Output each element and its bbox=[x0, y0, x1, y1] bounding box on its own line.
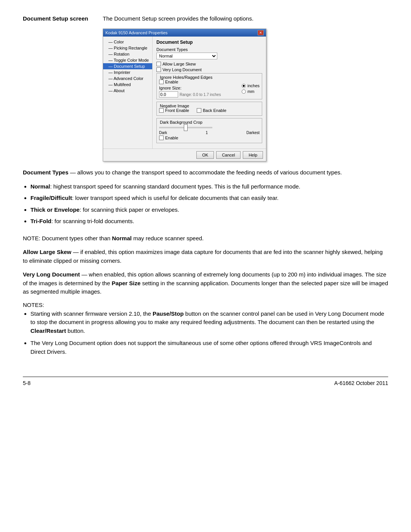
doc-types-select-row: Normal Fragile/Difficult Thick or Envelo… bbox=[156, 53, 262, 59]
allow-large-skew-bold: Allow Large Skew bbox=[23, 249, 72, 255]
note-item-2: The Very Long Document option does not s… bbox=[30, 339, 388, 356]
section-heading: Document Setup screen bbox=[23, 15, 91, 22]
dark-bg-enable-checkbox[interactable] bbox=[159, 136, 164, 140]
allow-large-skew-checkbox[interactable] bbox=[156, 62, 161, 66]
ignore-holes-left: Enable Ignore Size: Range: 0.0 to 1.7 in… bbox=[159, 80, 238, 97]
note2-text: The Very Long Document option does not s… bbox=[30, 340, 372, 355]
notes-label: NOTES: bbox=[23, 302, 388, 308]
allow-large-skew-text: — if enabled, this option maximizes imag… bbox=[23, 249, 383, 264]
ignore-size-input-row: Range: 0.0 to 1.7 inches bbox=[159, 91, 238, 97]
fragile-text: : lower transport speed which is useful … bbox=[72, 195, 279, 201]
back-enable-row: Back Enable bbox=[197, 108, 226, 113]
ignore-holes-legend: Ignore Holes/Ragged Edges bbox=[159, 75, 260, 80]
ok-button[interactable]: OK bbox=[196, 151, 214, 159]
pause-stop-bold: Pause/Stop bbox=[153, 310, 184, 317]
trifold-bold: Tri-Fold bbox=[30, 218, 51, 224]
slider-thumb[interactable] bbox=[184, 124, 188, 131]
bullet-fragile: Fragile/Difficult: lower transport speed… bbox=[30, 194, 388, 203]
note-text: NOTE: Document types other than Normal m… bbox=[23, 234, 388, 243]
sidebar-item-multifeed[interactable]: — Multifeed bbox=[103, 81, 152, 88]
sidebar-item-advanced-color[interactable]: — Advanced Color bbox=[103, 75, 152, 81]
mm-radio[interactable] bbox=[242, 89, 246, 94]
page-number: 5-8 bbox=[23, 380, 30, 386]
dialog-footer: OK Cancel Help bbox=[103, 149, 266, 161]
very-long-document-description: Very Long Document — when enabled, this … bbox=[23, 270, 388, 296]
dialog-spacer bbox=[23, 29, 91, 161]
ignore-size-label: Ignore Size: bbox=[159, 86, 238, 90]
dialog-close-button[interactable]: ✕ bbox=[258, 30, 264, 35]
darkest-label: Darkest bbox=[247, 131, 260, 135]
doc-types-select[interactable]: Normal Fragile/Difficult Thick or Envelo… bbox=[156, 53, 217, 59]
dark-background-crop-fieldset: Dark Background Crop Dark 1 Darkest bbox=[156, 118, 262, 143]
clear-restart-bold: Clear/Restart bbox=[30, 328, 66, 334]
trifold-text: : for scanning tri-fold documents. bbox=[51, 218, 134, 224]
very-long-document-checkbox[interactable] bbox=[156, 67, 161, 72]
note1-pre: Starting with scanner firmware version 2… bbox=[30, 310, 153, 317]
sidebar-item-rotation[interactable]: — Rotation bbox=[103, 51, 152, 57]
very-long-document-label: Very Long Document bbox=[162, 67, 202, 72]
negative-image-fieldset: Negative Image Front Enable Back Enable bbox=[156, 102, 262, 116]
note-pre: NOTE: Document types other than bbox=[23, 235, 112, 241]
bullet-list: Normal: highest transport speed for scan… bbox=[30, 182, 388, 229]
allow-large-skew-row: Allow Large Skew bbox=[156, 62, 262, 66]
ignore-size-input[interactable] bbox=[159, 91, 178, 97]
sidebar-item-document-setup[interactable]: — Document Setup bbox=[103, 63, 152, 69]
inches-radio[interactable] bbox=[242, 84, 246, 88]
sidebar-item-about[interactable]: — About bbox=[103, 88, 152, 94]
slider-container: Dark 1 Darkest bbox=[159, 127, 260, 135]
dialog-main: Document Setup Document Types Normal Fra… bbox=[153, 37, 266, 149]
doc-types-label: Document Types bbox=[156, 47, 262, 52]
doc-types-description: Document Types — allows you to change th… bbox=[23, 168, 388, 177]
doc-types-bold: Document Types bbox=[23, 169, 68, 176]
note-item-1: Starting with scanner firmware version 2… bbox=[30, 310, 388, 335]
sidebar-item-toggle-color-mode[interactable]: — Toggle Color Mode bbox=[103, 57, 152, 63]
bullet-normal: Normal: highest transport speed for scan… bbox=[30, 182, 388, 191]
dark-bg-enable-row: Enable bbox=[159, 136, 260, 140]
help-button[interactable]: Help bbox=[243, 151, 263, 159]
enable-row: Enable bbox=[159, 80, 238, 84]
mm-radio-row: mm bbox=[242, 89, 260, 94]
dark-bg-crop-legend: Dark Background Crop bbox=[159, 120, 260, 125]
notes-list: Starting with scanner firmware version 2… bbox=[30, 310, 388, 360]
sidebar-item-color[interactable]: — Color bbox=[103, 39, 152, 45]
dialog-titlebar: Kodak 9150 Advanced Properties ✕ bbox=[103, 29, 266, 37]
mm-label: mm bbox=[247, 89, 254, 94]
doc-reference: A-61662 October 2011 bbox=[334, 380, 388, 386]
note1-post: button. bbox=[66, 328, 85, 334]
front-enable-row: Front Enable bbox=[159, 108, 189, 113]
dialog-title: Kodak 9150 Advanced Properties bbox=[105, 30, 167, 35]
dialog-area: Kodak 9150 Advanced Properties ✕ — Color… bbox=[23, 29, 388, 161]
slider-track[interactable] bbox=[159, 127, 212, 128]
sidebar-item-picking-rectangle[interactable]: — Picking Rectangle bbox=[103, 45, 152, 51]
ignore-holes-fieldset: Ignore Holes/Ragged Edges Enable Ignore … bbox=[156, 73, 262, 99]
ignore-holes-right: inches mm bbox=[242, 83, 260, 94]
very-long-document-row: Very Long Document bbox=[156, 67, 262, 72]
neg-image-content: Front Enable Back Enable bbox=[159, 108, 260, 114]
page-content: Document Setup screen The Document Setup… bbox=[23, 15, 388, 386]
ignore-holes-content: Enable Ignore Size: Range: 0.0 to 1.7 in… bbox=[159, 80, 260, 97]
front-enable-checkbox[interactable] bbox=[159, 108, 164, 113]
thick-text: : for scanning thick paper or envelopes. bbox=[80, 206, 179, 213]
page-footer: 5-8 A-61662 October 2011 bbox=[23, 377, 388, 386]
cancel-button[interactable]: Cancel bbox=[216, 151, 241, 159]
negative-image-legend: Negative Image bbox=[159, 104, 260, 108]
note-bold: Normal bbox=[112, 235, 132, 241]
dark-label: Dark bbox=[159, 131, 167, 135]
enable-checkbox[interactable] bbox=[159, 80, 164, 84]
paper-size-bold: Paper Size bbox=[112, 280, 140, 286]
sidebar-item-imprinter[interactable]: — Imprinter bbox=[103, 69, 152, 75]
intro-text: The Document Setup screen provides the f… bbox=[103, 15, 253, 22]
back-enable-checkbox[interactable] bbox=[197, 108, 201, 113]
dialog-section-title: Document Setup bbox=[156, 40, 262, 45]
top-section: Document Setup screen The Document Setup… bbox=[23, 15, 388, 22]
thick-bold: Thick or Envelope bbox=[30, 206, 80, 213]
doc-types-intro: — allows you to change the transport spe… bbox=[68, 169, 342, 176]
dialog-body: — Color — Picking Rectangle — Rotation —… bbox=[103, 37, 266, 149]
bullet-trifold: Tri-Fold: for scanning tri-fold document… bbox=[30, 217, 388, 226]
slider-value: 1 bbox=[206, 131, 208, 135]
note-post: may reduce scanner speed. bbox=[132, 235, 204, 241]
enable-label: Enable bbox=[165, 80, 178, 84]
fragile-bold: Fragile/Difficult bbox=[30, 195, 72, 201]
range-text: Range: 0.0 to 1.7 inches bbox=[180, 93, 221, 97]
dialog-sidebar: — Color — Picking Rectangle — Rotation —… bbox=[103, 37, 153, 149]
